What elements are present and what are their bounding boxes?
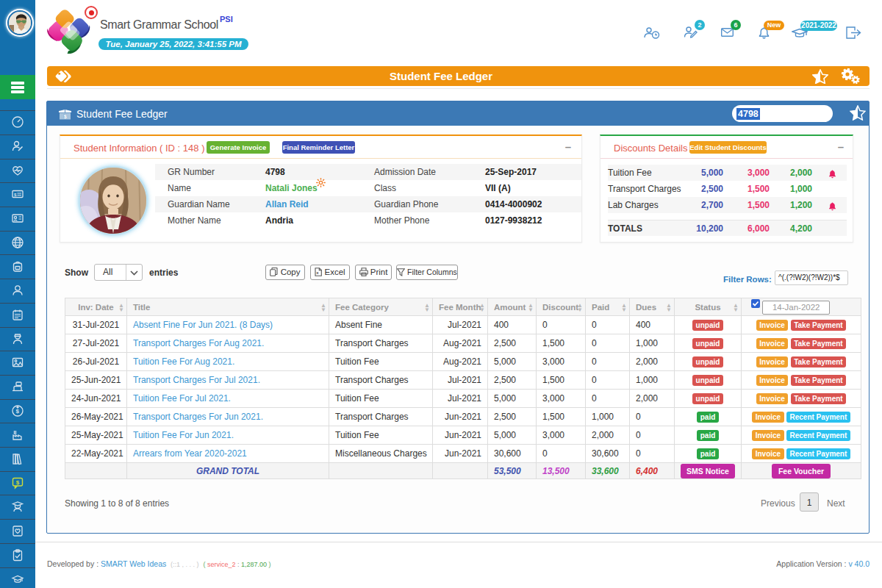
svg-text:$: $	[16, 478, 20, 485]
svg-text:x: x	[317, 270, 320, 275]
svg-text:$: $	[64, 114, 67, 120]
svg-text:$: $	[14, 193, 17, 197]
